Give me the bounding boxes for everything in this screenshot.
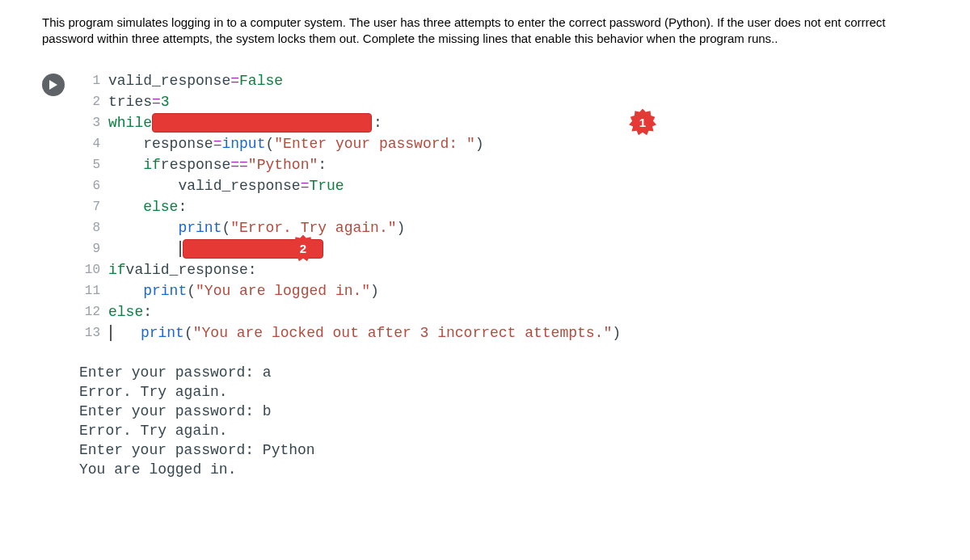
code-line-3: 3 while : 1	[79, 112, 621, 133]
run-button-column	[42, 70, 79, 96]
code-line-9: 9 2	[79, 238, 621, 259]
code-line-6: 6 valid_response = True	[79, 175, 621, 196]
blank-1[interactable]	[152, 113, 372, 133]
code-line-2: 2 tries= 3	[79, 91, 621, 112]
question-instructions: This program simulates logging in to a c…	[0, 0, 970, 48]
code-line-13: 13 print("You are locked out after 3 inc…	[79, 322, 621, 343]
code-line-10: 10 if valid_response:	[79, 259, 621, 280]
code-line-12: 12 else:	[79, 301, 621, 322]
code-line-5: 5 if response == "Python":	[79, 154, 621, 175]
code-line-1: 1 valid_response = False	[79, 70, 621, 91]
run-button[interactable]	[42, 74, 65, 96]
code-cell: 1 valid_response = False 2 tries= 3 3 wh…	[42, 70, 928, 343]
code-line-4: 4 response = input("Enter your password:…	[79, 133, 621, 154]
code-block[interactable]: 1 valid_response = False 2 tries= 3 3 wh…	[79, 70, 621, 343]
output-block: Enter your password: a Error. Try again.…	[79, 363, 970, 479]
code-line-8: 8 print("Error. Try again.")	[79, 217, 621, 238]
cursor-icon	[179, 241, 181, 257]
code-line-7: 7 else:	[79, 196, 621, 217]
play-icon	[48, 79, 58, 91]
blank-badge-1: 1	[629, 109, 656, 137]
cursor-icon	[110, 325, 112, 341]
code-line-11: 11 print("You are logged in.")	[79, 280, 621, 301]
